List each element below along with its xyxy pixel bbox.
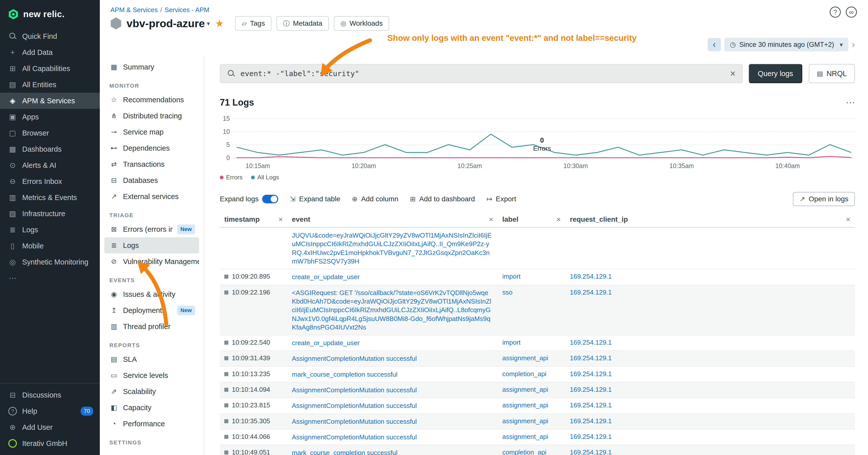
- entity-dropdown-caret-icon[interactable]: ▾: [207, 20, 210, 27]
- expand-row-icon[interactable]: [224, 291, 228, 294]
- subnav-item-external-services[interactable]: ↗External services: [104, 189, 199, 204]
- cell-request-client-ip-link[interactable]: 169.254.129.1: [565, 433, 855, 441]
- time-forward-button[interactable]: ›: [852, 39, 855, 50]
- log-query-bar[interactable]: ×: [220, 64, 743, 83]
- cell-event-link[interactable]: <ASGIRequest: GET '/sso/callback/?state=…: [287, 289, 498, 332]
- cell-label-link[interactable]: sso: [498, 289, 565, 296]
- query-logs-button[interactable]: Query logs: [749, 64, 802, 83]
- table-row[interactable]: 10:10:44.066AssignmentCompletionMutation…: [220, 429, 855, 445]
- subnav-item-distributed-tracing[interactable]: ⋔Distributed tracing: [104, 108, 199, 124]
- permalink-icon[interactable]: ∞: [846, 6, 857, 18]
- cell-request-client-ip-link[interactable]: 169.254.129.1: [565, 338, 855, 347]
- log-query-input[interactable]: [240, 69, 725, 78]
- cell-label-link[interactable]: import: [498, 272, 565, 281]
- cell-event-link[interactable]: AssignmentCompletionMutation successful: [287, 417, 498, 426]
- column-header-timestamp[interactable]: timestamp×: [220, 215, 287, 224]
- open-in-logs-button[interactable]: ↗ Open in logs: [793, 192, 855, 206]
- cell-label-link[interactable]: assignment_api: [498, 433, 565, 441]
- sidebar-item-errors-inbox[interactable]: ⊖Errors Inbox: [0, 173, 100, 190]
- cell-request-client-ip-link[interactable]: 169.254.129.1: [565, 386, 855, 393]
- table-row[interactable]: 10:09:20.895create_or_update_userimport1…: [220, 269, 855, 285]
- cell-label-link[interactable]: assignment_api: [498, 401, 565, 409]
- subnav-item-vulnerability-management[interactable]: ⊘Vulnerability Management: [104, 254, 199, 269]
- expand-row-icon[interactable]: [224, 372, 228, 376]
- breadcrumb-link-apm-services[interactable]: APM & Services: [111, 6, 158, 13]
- sidebar-footer-item-account[interactable]: Iterativ GmbH: [0, 435, 100, 452]
- table-row[interactable]: 10:10:14.094AssignmentCompletionMutation…: [220, 383, 855, 398]
- export-button[interactable]: ↦ Export: [487, 195, 516, 203]
- cell-event-link[interactable]: AssignmentCompletionMutation successful: [287, 433, 498, 442]
- cell-label-link[interactable]: assignment_api: [498, 354, 565, 362]
- sidebar-footer-item-help[interactable]: ?Help70: [0, 403, 100, 419]
- table-row[interactable]: 10:10:49.051mark_course_completion succe…: [220, 445, 855, 455]
- cell-event-link[interactable]: JUQVU&code=eyJraWQiOiJjcGltY29yZV8wOTl1M…: [287, 231, 498, 265]
- cell-request-client-ip-link[interactable]: 169.254.129.1: [565, 401, 855, 409]
- cell-request-client-ip-link[interactable]: 169.254.129.1: [565, 354, 855, 362]
- subnav-item-deployments[interactable]: ↥DeploymentsNew: [104, 302, 199, 319]
- sidebar-item-infrastructure[interactable]: ▧Infrastructure: [0, 205, 100, 222]
- expand-row-icon[interactable]: [224, 419, 228, 423]
- cell-request-client-ip-link[interactable]: 169.254.129.1: [565, 449, 855, 455]
- subnav-item-thread-profiler[interactable]: ▥Thread profiler: [104, 319, 199, 334]
- subnav-item-service-map[interactable]: ⊸Service map: [104, 124, 199, 140]
- sidebar-item-mobile[interactable]: ▯Mobile: [0, 238, 100, 254]
- table-row[interactable]: 10:09:31.439AssignmentCompletionMutation…: [220, 351, 855, 366]
- expand-logs-toggle[interactable]: [262, 195, 278, 203]
- table-row[interactable]: 10:09:22.196<ASGIRequest: GET '/sso/call…: [220, 285, 855, 335]
- cell-label-link[interactable]: completion_api: [498, 370, 565, 378]
- metadata-button[interactable]: ⓘMetadata: [277, 16, 329, 31]
- remove-column-icon[interactable]: ×: [489, 215, 493, 224]
- cell-event-link[interactable]: AssignmentCompletionMutation successful: [287, 401, 498, 410]
- remove-column-icon[interactable]: ×: [846, 215, 850, 224]
- sidebar-item-more[interactable]: ⋯: [0, 270, 100, 286]
- cell-request-client-ip-link[interactable]: 169.254.129.1: [565, 289, 855, 296]
- subnav-item-issues-activity[interactable]: ◉Issues & activity: [104, 286, 199, 302]
- sidebar-item-all-entities[interactable]: ▤All Entities: [0, 76, 100, 93]
- cell-label-link[interactable]: completion_api: [498, 449, 565, 455]
- cell-request-client-ip-link[interactable]: 169.254.129.1: [565, 417, 855, 425]
- subnav-item-recommendations[interactable]: ☆Recommendations: [104, 92, 199, 108]
- help-icon[interactable]: ?: [830, 6, 841, 18]
- subnav-item-errors-inbox[interactable]: ⊠Errors (errors inb...New: [104, 221, 199, 237]
- sidebar-item-quick-find[interactable]: Quick Find: [0, 28, 100, 44]
- expand-row-icon[interactable]: [224, 403, 228, 408]
- sidebar-footer-item-discussions[interactable]: ⊟Discussions: [0, 387, 100, 403]
- sidebar-item-logs[interactable]: ≣Logs: [0, 222, 100, 238]
- time-picker[interactable]: ◷ Since 30 minutes ago (GMT+2) ▾: [724, 38, 848, 52]
- cell-event-link[interactable]: create_or_update_user: [287, 272, 498, 281]
- favorite-star-icon[interactable]: ★: [215, 18, 224, 29]
- workloads-button[interactable]: ◎Workloads: [334, 16, 389, 31]
- sidebar-item-metrics-events[interactable]: ▥Metrics & Events: [0, 190, 100, 205]
- sidebar-item-dashboards[interactable]: ▦Dashboards: [0, 141, 100, 157]
- add-column-button[interactable]: ⊕ Add column: [352, 195, 399, 203]
- cell-label-link[interactable]: import: [498, 338, 565, 347]
- subnav-item-summary[interactable]: ▦Summary: [104, 59, 199, 75]
- cell-label-link[interactable]: assignment_api: [498, 417, 565, 425]
- add-to-dashboard-button[interactable]: ⊞ Add to dashboard: [410, 195, 475, 203]
- expand-row-icon[interactable]: [224, 340, 228, 345]
- column-header-label[interactable]: label×: [498, 215, 565, 224]
- time-back-button[interactable]: ‹: [708, 38, 721, 51]
- cell-event-link[interactable]: create_or_update_user: [287, 338, 498, 347]
- cell-label-link[interactable]: assignment_api: [498, 386, 565, 393]
- expand-row-icon[interactable]: [224, 388, 228, 392]
- subnav-item-service-levels[interactable]: ▭Service levels: [104, 367, 199, 384]
- table-row[interactable]: 10:10:13.235mark_course_completion succe…: [220, 367, 855, 383]
- cell-request-client-ip-link[interactable]: 169.254.129.1: [565, 370, 855, 378]
- legend-item-errors[interactable]: Errors: [220, 174, 243, 181]
- subnav-item-capacity[interactable]: ◧Capacity: [104, 399, 199, 416]
- expand-table-button[interactable]: ⇲ Expand table: [290, 195, 340, 203]
- sidebar-item-apm-services[interactable]: ◈APM & Services: [0, 93, 100, 109]
- subnav-item-performance[interactable]: ◔Performance: [104, 416, 199, 432]
- tags-button[interactable]: ▱Tags: [235, 16, 272, 31]
- subnav-item-sla[interactable]: ▤SLA: [104, 351, 199, 367]
- table-row[interactable]: 10:10:23.815AssignmentCompletionMutation…: [220, 398, 855, 414]
- column-header-request_client_ip[interactable]: request_client_ip×: [565, 215, 855, 224]
- table-row[interactable]: 10:09:22.540create_or_update_userimport1…: [220, 335, 855, 351]
- sidebar-footer-item-add-user[interactable]: ⊕Add User: [0, 419, 100, 435]
- sidebar-item-browser[interactable]: ▢Browser: [0, 125, 100, 141]
- sidebar-item-synthetic-monitoring[interactable]: ◎Synthetic Monitoring: [0, 254, 100, 270]
- sidebar-item-apps[interactable]: ▣Apps: [0, 109, 100, 125]
- expand-row-icon[interactable]: [224, 356, 228, 360]
- subnav-item-scalability[interactable]: ⇗Scalability: [104, 384, 199, 399]
